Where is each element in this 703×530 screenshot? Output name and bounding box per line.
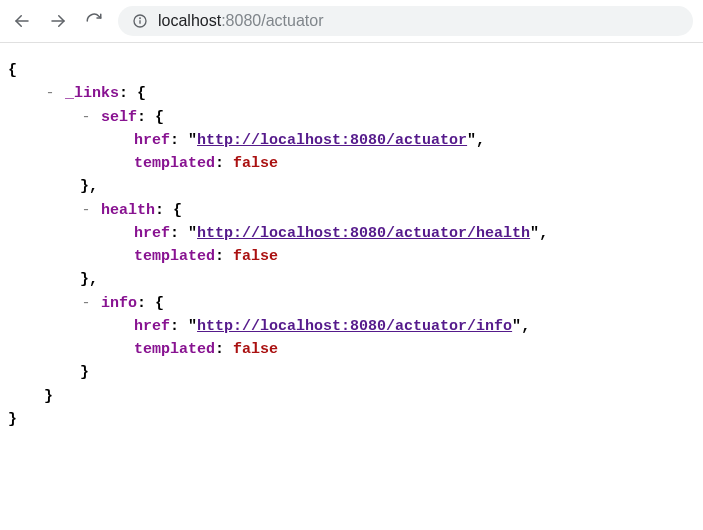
json-viewer: { - _links: { - self: { href: "http://lo… (0, 43, 703, 447)
self-href-link[interactable]: http://localhost:8080/actuator (197, 132, 467, 149)
info-href-line: href: "http://localhost:8080/actuator/in… (8, 315, 695, 338)
links-open: - _links: { (8, 82, 695, 105)
collapse-toggle-icon[interactable]: - (80, 106, 92, 129)
arrow-right-icon (49, 12, 67, 30)
url-path: /actuator (261, 12, 323, 29)
root-open: { (8, 59, 695, 82)
svg-point-4 (140, 18, 141, 19)
url-port: :8080 (221, 12, 261, 29)
self-open: - self: { (8, 106, 695, 129)
root-close: } (8, 408, 695, 431)
back-button[interactable] (10, 9, 34, 33)
url-host: localhost (158, 12, 221, 29)
health-close: }, (8, 268, 695, 291)
info-close: } (8, 361, 695, 384)
collapse-toggle-icon[interactable]: - (44, 82, 56, 105)
forward-button[interactable] (46, 9, 70, 33)
reload-button[interactable] (82, 9, 106, 33)
health-templated-line: templated: false (8, 245, 695, 268)
self-close: }, (8, 175, 695, 198)
links-close: } (8, 385, 695, 408)
health-open: - health: { (8, 199, 695, 222)
reload-icon (85, 12, 103, 30)
info-icon (132, 13, 148, 29)
info-href-link[interactable]: http://localhost:8080/actuator/info (197, 318, 512, 335)
health-href-line: href: "http://localhost:8080/actuator/he… (8, 222, 695, 245)
collapse-toggle-icon[interactable]: - (80, 292, 92, 315)
health-href-link[interactable]: http://localhost:8080/actuator/health (197, 225, 530, 242)
arrow-left-icon (13, 12, 31, 30)
url-text: localhost:8080/actuator (158, 12, 323, 30)
collapse-toggle-icon[interactable]: - (80, 199, 92, 222)
info-templated-line: templated: false (8, 338, 695, 361)
browser-toolbar: localhost:8080/actuator (0, 0, 703, 43)
info-open: - info: { (8, 292, 695, 315)
self-href-line: href: "http://localhost:8080/actuator", (8, 129, 695, 152)
self-templated-line: templated: false (8, 152, 695, 175)
address-bar[interactable]: localhost:8080/actuator (118, 6, 693, 36)
